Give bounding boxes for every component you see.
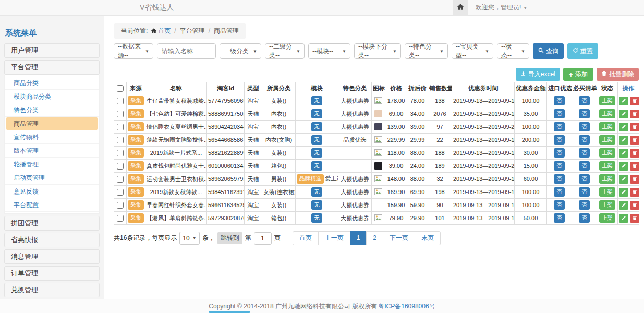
status-toggle[interactable]: 上架	[599, 213, 615, 222]
edit-button[interactable]	[619, 188, 628, 197]
sidebar-section[interactable]: 拼团管理	[4, 216, 100, 231]
sidebar-item[interactable]: 意见反馈	[5, 185, 99, 198]
pagination-button[interactable]: 首页	[293, 231, 319, 245]
delete-button[interactable]	[630, 97, 639, 105]
import-select-toggle[interactable]: 否	[554, 161, 565, 170]
delete-button[interactable]	[630, 136, 639, 145]
import-select-toggle[interactable]: 否	[554, 122, 565, 131]
sidebar-item[interactable]: 商品管理	[6, 117, 98, 130]
must-buy-toggle[interactable]: 否	[579, 122, 590, 131]
pagination-button[interactable]: 1	[350, 231, 367, 245]
edit-button[interactable]	[619, 123, 628, 131]
sidebar-section[interactable]: 平台管理	[4, 60, 100, 75]
sidebar-section[interactable]: 省惠快报	[4, 233, 100, 247]
import-select-toggle[interactable]: 否	[554, 187, 565, 196]
row-checkbox[interactable]	[117, 111, 124, 117]
delete-button[interactable]	[630, 188, 639, 197]
select-all-checkbox[interactable]	[117, 85, 124, 92]
status-toggle[interactable]: 上架	[599, 122, 615, 131]
edit-button[interactable]	[619, 149, 628, 158]
status-toggle[interactable]: 上架	[599, 200, 615, 209]
sidebar-item[interactable]: 版本管理	[5, 144, 99, 158]
row-checkbox[interactable]	[117, 202, 124, 209]
row-checkbox[interactable]	[117, 124, 124, 130]
sidebar-section[interactable]: 用户管理	[4, 43, 100, 58]
sidebar-item[interactable]: 启动页管理	[5, 171, 99, 185]
reset-button[interactable]: 重置	[567, 43, 598, 59]
pagination-button[interactable]: 下一页	[383, 231, 415, 245]
module-badge[interactable]: 无	[311, 135, 322, 144]
search-button[interactable]: 查询	[533, 43, 564, 59]
delete-button[interactable]	[630, 110, 639, 118]
filter-select[interactable]: --模块下分类--▼	[354, 43, 401, 59]
module-badge[interactable]: 无	[311, 109, 322, 118]
per-page-select[interactable]: 10 ▼	[179, 232, 199, 245]
sidebar-section[interactable]: 订单管理	[4, 266, 100, 281]
row-checkbox[interactable]	[117, 98, 124, 104]
pagination-button[interactable]: 末页	[415, 231, 441, 245]
filter-select[interactable]: 一级分类▼	[220, 43, 261, 59]
jump-button[interactable]: 跳转到	[217, 232, 242, 244]
row-checkbox[interactable]	[117, 215, 124, 222]
sidebar-item[interactable]: 特色分类	[5, 103, 99, 117]
delete-button[interactable]	[630, 123, 639, 131]
edit-button[interactable]	[619, 136, 628, 145]
must-buy-toggle[interactable]: 否	[579, 174, 590, 183]
sidebar-item[interactable]: 宣传物料	[5, 130, 99, 144]
import-select-toggle[interactable]: 否	[554, 135, 565, 144]
sidebar-item[interactable]: 轮播管理	[5, 158, 99, 171]
module-badge[interactable]: 品牌精选	[297, 174, 324, 183]
user-menu[interactable]: 欢迎您，管理员!▼	[476, 3, 527, 12]
module-badge[interactable]: 无	[311, 122, 322, 131]
must-buy-toggle[interactable]: 否	[579, 148, 590, 157]
filter-select[interactable]: --宝贝类型--▼	[452, 43, 493, 59]
filter-select[interactable]: --模块--▼	[308, 43, 350, 59]
must-buy-toggle[interactable]: 否	[579, 187, 590, 196]
row-checkbox[interactable]	[117, 176, 124, 183]
import-select-toggle[interactable]: 否	[554, 174, 565, 183]
import-excel-button[interactable]: 导入excel	[516, 68, 560, 81]
must-buy-toggle[interactable]: 否	[579, 135, 590, 144]
module-badge[interactable]: 无	[311, 148, 322, 157]
edit-button[interactable]	[619, 175, 628, 184]
delete-button[interactable]	[630, 201, 639, 210]
status-toggle[interactable]: 上架	[599, 135, 615, 144]
edit-button[interactable]	[619, 110, 628, 118]
must-buy-toggle[interactable]: 否	[579, 161, 590, 170]
import-select-toggle[interactable]: 否	[554, 109, 565, 118]
pagination-button[interactable]: 2	[366, 231, 383, 245]
sidebar-item[interactable]: 商品分类	[5, 76, 99, 90]
status-toggle[interactable]: 上架	[599, 148, 615, 157]
row-checkbox[interactable]	[117, 189, 124, 196]
row-checkbox[interactable]	[117, 150, 124, 156]
delete-button[interactable]	[630, 162, 639, 171]
delete-button[interactable]	[630, 149, 639, 158]
module-badge[interactable]: 无	[311, 187, 322, 196]
module-badge[interactable]: 无	[311, 96, 322, 105]
horizontal-scrollbar[interactable]	[209, 311, 250, 313]
must-buy-toggle[interactable]: 否	[579, 213, 590, 222]
name-search-input[interactable]	[157, 43, 216, 59]
import-select-toggle[interactable]: 否	[554, 200, 565, 209]
home-button[interactable]	[453, 0, 468, 15]
import-select-toggle[interactable]: 否	[554, 213, 565, 222]
import-select-toggle[interactable]: 否	[554, 96, 565, 105]
edit-button[interactable]	[619, 97, 628, 105]
status-toggle[interactable]: 上架	[599, 96, 615, 105]
sidebar-item[interactable]: 模块商品分类	[5, 90, 99, 103]
import-select-toggle[interactable]: 否	[554, 148, 565, 157]
row-checkbox[interactable]	[117, 163, 124, 170]
module-badge[interactable]: 无	[311, 200, 322, 209]
status-toggle[interactable]: 上架	[599, 187, 615, 196]
row-checkbox[interactable]	[117, 137, 124, 143]
status-toggle[interactable]: 上架	[599, 109, 615, 118]
must-buy-toggle[interactable]: 否	[579, 109, 590, 118]
edit-button[interactable]	[619, 214, 628, 223]
edit-button[interactable]	[619, 162, 628, 171]
edit-button[interactable]	[619, 201, 628, 210]
delete-button[interactable]	[630, 214, 639, 223]
filter-select[interactable]: --二级分类--▼	[265, 43, 305, 59]
page-number-input[interactable]	[254, 232, 272, 245]
sidebar-section[interactable]: 兑换管理	[4, 283, 100, 297]
sidebar-item[interactable]: 平台配置	[5, 198, 99, 212]
